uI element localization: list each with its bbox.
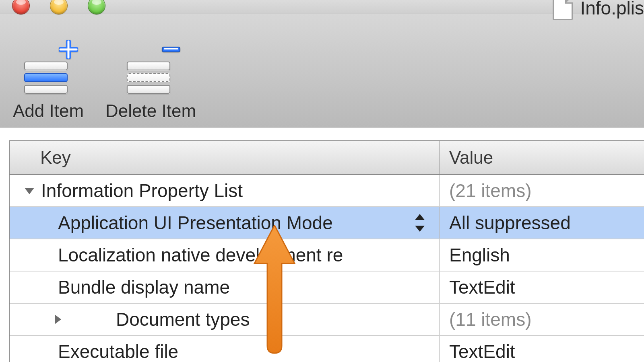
key-text: Application UI Presentation Mode	[58, 212, 333, 234]
value-cell[interactable]: All suppressed	[440, 207, 644, 239]
chevron-down-icon[interactable]	[23, 185, 35, 197]
key-cell[interactable]: Application UI Presentation Mode	[10, 207, 440, 239]
key-text: Document types	[116, 309, 250, 330]
document-title-area: Info.plis	[553, 0, 644, 20]
table-row[interactable]: Bundle display nameTextEdit	[10, 272, 644, 304]
table-row[interactable]: Localization native development reEnglis…	[10, 239, 644, 272]
key-type-stepper[interactable]	[414, 213, 426, 232]
add-item-label: Add Item	[13, 101, 84, 121]
value-cell[interactable]: TextEdit	[440, 272, 644, 303]
delete-item-icon	[127, 45, 175, 94]
table-row[interactable]: Document types(11 items)	[10, 304, 644, 336]
key-text: Information Property List	[41, 180, 243, 202]
zoom-window-button[interactable]	[88, 0, 105, 14]
plus-icon	[59, 40, 78, 59]
table-row[interactable]: Executable fileTextEdit	[10, 336, 644, 362]
delete-item-button[interactable]: Delete Item	[105, 45, 196, 121]
key-text: Executable file	[58, 341, 178, 362]
key-cell[interactable]: Bundle display name	[10, 272, 440, 303]
plist-table: Key Value Information Property List(21 i…	[9, 140, 644, 362]
table-header: Key Value	[10, 141, 644, 175]
document-title: Info.plis	[580, 0, 644, 19]
key-cell[interactable]: Localization native development re	[10, 239, 440, 271]
window-titlebar: Info.plis	[0, 0, 644, 14]
value-cell[interactable]: (11 items)	[440, 304, 644, 335]
table-row[interactable]: Application UI Presentation ModeAll supp…	[10, 207, 644, 239]
key-cell[interactable]: Information Property List	[10, 175, 440, 206]
value-cell[interactable]: English	[440, 239, 644, 271]
value-cell[interactable]: (21 items)	[440, 175, 644, 206]
table-body: Information Property List(21 items)Appli…	[10, 175, 644, 362]
document-icon	[553, 0, 573, 20]
add-item-button[interactable]: Add Item	[13, 45, 84, 121]
close-window-button[interactable]	[12, 0, 30, 14]
minimize-window-button[interactable]	[50, 0, 68, 14]
table-row[interactable]: Information Property List(21 items)	[10, 175, 644, 207]
delete-item-label: Delete Item	[105, 101, 196, 121]
value-cell[interactable]: TextEdit	[440, 336, 644, 362]
add-item-icon	[24, 45, 72, 94]
svg-rect-1	[164, 48, 178, 49]
traffic-lights	[12, 0, 105, 14]
key-cell[interactable]: Document types	[10, 304, 440, 335]
key-text: Bundle display name	[58, 276, 230, 298]
key-cell[interactable]: Executable file	[10, 336, 440, 362]
column-header-value[interactable]: Value	[440, 141, 644, 174]
key-text: Localization native development re	[58, 244, 343, 266]
toolbar: Add Item Delete Item	[0, 14, 644, 128]
column-header-key[interactable]: Key	[10, 141, 440, 174]
chevron-right-icon[interactable]	[52, 313, 64, 325]
minus-icon	[161, 40, 181, 59]
